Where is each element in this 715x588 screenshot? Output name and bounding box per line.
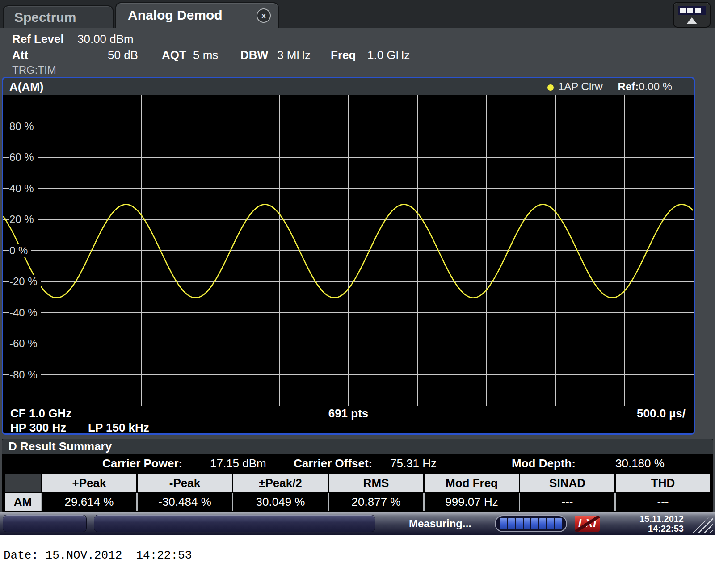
- measurement-progress-bar: [495, 515, 567, 532]
- hardcopy-date-line: Date: 15.NOV.2012 14:22:53: [4, 549, 192, 562]
- settings-header: Ref Level 30.00 dBm Att 50 dB AQT 5 ms D…: [0, 28, 715, 77]
- measuring-status: Measuring...: [393, 512, 487, 535]
- progress-segment: [531, 518, 538, 529]
- y-axis-tick-label: 0 %: [9, 244, 31, 257]
- ref-label: Ref:: [618, 80, 639, 92]
- result-table-corner-cell: [5, 474, 41, 492]
- y-axis-tick-label: -20 %: [9, 275, 41, 288]
- highpass-filter: HP 300 Hz: [10, 421, 66, 435]
- status-time: 14:22:53: [617, 524, 684, 533]
- ref-level-value[interactable]: 30.00 dBm: [77, 32, 134, 46]
- plot-area: 80 %60 %40 %20 %0 %-20 %-40 %-60 %-80 %: [3, 95, 694, 406]
- result-table-column-header: Mod Freq: [425, 474, 519, 492]
- y-axis-tick-label: 20 %: [9, 213, 38, 226]
- result-summary-window[interactable]: D Result Summary Carrier Power: 17.15 dB…: [2, 439, 713, 512]
- y-axis-tick-label: 80 %: [9, 120, 38, 133]
- result-table-value-cell: 29.614 %: [42, 493, 136, 511]
- ref-value: 0.00 %: [639, 80, 672, 92]
- trace-legend: 1AP ClrwRef:0.00 %: [547, 78, 672, 95]
- result-table-column-header: -Peak: [138, 474, 232, 492]
- carrier-power-value: 17.15 dBm: [210, 454, 266, 473]
- carrier-offset-label: Carrier Offset:: [294, 454, 372, 473]
- progress-segment: [547, 518, 554, 529]
- freq-label[interactable]: Freq: [331, 48, 356, 62]
- y-axis-tick-label: 40 %: [9, 182, 38, 195]
- progress-segment: [508, 518, 515, 529]
- status-bar: Measuring... LXI 15.11.2012 14:22:53: [0, 512, 715, 535]
- mod-depth-label: Mod Depth:: [512, 454, 576, 473]
- status-bar-button-left[interactable]: [3, 515, 87, 532]
- sweep-time-per-div: 500.0 µs/: [637, 407, 686, 420]
- result-table-value-cell: ---: [520, 493, 614, 511]
- status-date: 15.11.2012: [617, 514, 684, 524]
- aqt-value[interactable]: 5 ms: [193, 48, 218, 62]
- mod-depth-value: 30.180 %: [615, 454, 665, 473]
- result-table-value-cell: 30.049 %: [233, 493, 328, 511]
- progress-segment: [500, 518, 507, 529]
- progress-segment: [516, 518, 523, 529]
- collapse-triangle-icon: [686, 17, 697, 24]
- ref-level-setting[interactable]: Ref Level: [12, 32, 64, 46]
- am-waveform-window[interactable]: A(AM) 1AP ClrwRef:0.00 % 80 %60 %40 %20 …: [2, 77, 695, 435]
- result-table-value-cell: -30.484 %: [138, 493, 232, 511]
- resize-grip-icon[interactable]: [690, 514, 713, 533]
- result-summary-title: D Result Summary: [8, 440, 112, 453]
- analyzer-display: Spectrum Analog Demod x Ref Level 30.00 …: [0, 0, 715, 535]
- carrier-summary-row: Carrier Power: 17.15 dBm Carrier Offset:…: [2, 454, 713, 473]
- result-table-header-row: +Peak-Peak±Peak/2RMSMod FreqSINADTHD: [5, 474, 710, 492]
- y-axis-tick-label: 60 %: [9, 151, 38, 164]
- tab-analog-demod-label: Analog Demod: [128, 8, 223, 22]
- att-value[interactable]: 50 dB: [108, 48, 138, 62]
- aqt-label[interactable]: AQT: [162, 48, 186, 62]
- chart-window-titlebar: A(AM) 1AP ClrwRef:0.00 %: [3, 78, 694, 95]
- ref-level-label: Ref Level: [12, 32, 64, 46]
- result-table-value-cell: ---: [616, 493, 710, 511]
- freq-value[interactable]: 1.0 GHz: [367, 48, 410, 62]
- status-bar-button-message[interactable]: [94, 515, 375, 532]
- y-axis-tick-label: -60 %: [9, 337, 41, 350]
- lowpass-filter: LP 150 kHz: [88, 421, 149, 435]
- waveform-plot: [3, 95, 694, 406]
- result-table-column-header: THD: [616, 474, 710, 492]
- result-table-column-header: ±Peak/2: [233, 474, 328, 492]
- result-table-value-cell: 999.07 Hz: [425, 493, 519, 511]
- y-axis-tick-label: -80 %: [9, 368, 41, 382]
- tab-close-icon[interactable]: x: [257, 8, 271, 23]
- lxi-status-icon: LXI: [575, 516, 600, 532]
- trace-name: 1AP Clrw: [558, 80, 603, 92]
- progress-segment: [524, 518, 531, 529]
- result-table-column-header: RMS: [329, 474, 423, 492]
- sweep-points: 691 pts: [3, 407, 694, 420]
- tab-spectrum-label: Spectrum: [14, 10, 76, 25]
- status-datetime: 15.11.2012 14:22:53: [617, 514, 684, 533]
- carrier-offset-value: 75.31 Hz: [390, 454, 437, 473]
- carrier-power-label: Carrier Power:: [102, 454, 182, 473]
- tab-analog-demod[interactable]: Analog Demod x: [115, 2, 279, 28]
- trace-dot-icon: [547, 84, 554, 91]
- display-bar-toggle-button[interactable]: [673, 2, 711, 28]
- tab-spectrum[interactable]: Spectrum: [3, 5, 114, 28]
- result-summary-titlebar: D Result Summary: [2, 439, 713, 454]
- result-table-value-cell: 20.877 %: [329, 493, 423, 511]
- softkey-squares-icon: [678, 6, 706, 15]
- chart-footer: CF 1.0 GHz 691 pts 500.0 µs/ HP 300 Hz L…: [3, 406, 694, 433]
- screen: Spectrum Analog Demod x Ref Level 30.00 …: [0, 0, 715, 588]
- y-axis-tick-label: -40 %: [9, 306, 41, 319]
- att-label[interactable]: Att: [12, 48, 28, 62]
- chart-title: A(AM): [9, 80, 44, 93]
- dbw-label[interactable]: DBW: [240, 48, 268, 62]
- tab-bar: Spectrum Analog Demod x: [0, 0, 715, 28]
- progress-segment: [539, 518, 547, 529]
- result-table-column-header: +Peak: [42, 474, 136, 492]
- progress-segment: [555, 518, 562, 529]
- result-table-row-label: AM: [5, 493, 41, 511]
- result-table-data-row: AM29.614 %-30.484 %30.049 %20.877 %999.0…: [5, 493, 710, 511]
- trigger-status: TRG:TIM: [12, 64, 56, 76]
- result-table: +Peak-Peak±Peak/2RMSMod FreqSINADTHD AM2…: [5, 473, 710, 511]
- result-table-column-header: SINAD: [520, 474, 614, 492]
- dbw-value[interactable]: 3 MHz: [277, 48, 311, 62]
